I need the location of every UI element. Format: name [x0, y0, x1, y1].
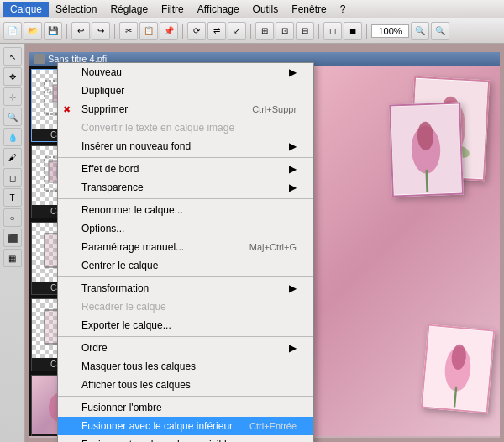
toolbar-sep3: [182, 24, 183, 39]
menu-transformation[interactable]: Transformation ▶: [58, 279, 313, 297]
menu-centrer[interactable]: Centrer le calque: [58, 256, 313, 275]
menu-ordre-label: Ordre: [81, 342, 108, 354]
tool-move[interactable]: ✥: [3, 67, 22, 86]
work-area: Sans titre 4.pfi □: [25, 44, 504, 442]
tool-eraser[interactable]: ◻: [3, 168, 22, 187]
menu-item-affichage[interactable]: Affichage: [191, 2, 246, 17]
tool-gradient[interactable]: ▦: [3, 249, 22, 267]
menu-nouveau-label: Nouveau: [81, 66, 122, 78]
menu-centrer-label: Centrer le calque: [81, 260, 158, 271]
tool-fill[interactable]: ⬛: [3, 229, 22, 247]
toolbar-zoom-out[interactable]: 🔍: [411, 22, 429, 40]
menu-nouveau[interactable]: Nouveau ▶: [58, 63, 313, 82]
menu-item-reglage[interactable]: Réglage: [103, 2, 155, 17]
menu-transparence-arrow: ▶: [289, 182, 297, 193]
toolbar-view2[interactable]: ◼: [344, 22, 362, 40]
menu-item-selection[interactable]: Sélection: [49, 2, 103, 17]
menu-transparence-label: Transparence: [81, 182, 144, 193]
menu-recadrer: Recadrer le calque: [58, 297, 313, 316]
svg-line-20: [427, 170, 428, 192]
menu-dupliquer[interactable]: Dupliquer: [58, 82, 313, 100]
menu-supprimer-label: Supprimer: [81, 103, 128, 115]
menu-transformation-label: Transformation: [81, 282, 149, 294]
menu-ordre[interactable]: Ordre ▶: [58, 339, 313, 357]
toolbar-paste[interactable]: 📌: [160, 22, 178, 40]
toolbar-redo[interactable]: ↪: [92, 22, 110, 40]
sep1: [58, 157, 313, 158]
toolbar-sep2: [114, 24, 115, 39]
toolbar-flip[interactable]: ⇌: [207, 22, 226, 40]
toolbar-save[interactable]: 💾: [44, 22, 62, 40]
menu-fusionner-inferieur[interactable]: Fusionner avec le calque inférieur Ctrl+…: [58, 417, 313, 435]
toolbar-view1[interactable]: ◻: [323, 22, 342, 40]
menu-masquer-tous[interactable]: Masquer tous les calques: [58, 357, 313, 376]
toolbar-align[interactable]: ⊟: [296, 22, 314, 40]
toolbar-copy[interactable]: 📋: [139, 22, 158, 40]
tool-zoom[interactable]: 🔍: [3, 108, 22, 126]
menu-effet-bord-label: Effet de bord: [81, 163, 139, 175]
menu-supprimer[interactable]: ✖ Supprimer Ctrl+Suppr: [58, 100, 313, 118]
menu-options[interactable]: Options...: [58, 219, 313, 238]
menu-fusionner-visibles[interactable]: Fusionner tous les calques visibles: [58, 435, 313, 442]
toolbar-zoom-in[interactable]: 🔍: [431, 22, 449, 40]
toolbar-sep6: [366, 24, 367, 39]
tool-shape[interactable]: ○: [3, 208, 22, 227]
tool-select[interactable]: ↖: [3, 47, 22, 66]
menu-afficher-tous[interactable]: Afficher tous les calques: [58, 376, 313, 394]
canvas-icon: [34, 54, 45, 64]
menu-fusionner-ombre-label: Fusionner l'ombre: [81, 402, 162, 413]
menu-fusionner-ombre[interactable]: Fusionner l'ombre: [58, 398, 313, 417]
menu-item-aide[interactable]: ?: [333, 2, 353, 17]
menu-exporter[interactable]: Exporter le calque...: [58, 316, 313, 334]
menu-renommer-label: Renommer le calque...: [81, 204, 183, 216]
menu-effet-bord[interactable]: Effet de bord ▶: [58, 160, 313, 178]
menu-item-calque[interactable]: Calque: [3, 2, 49, 17]
svg-text:□: □: [47, 87, 51, 95]
menu-transparence[interactable]: Transparence ▶: [58, 178, 313, 197]
menu-dupliquer-label: Dupliquer: [81, 85, 124, 97]
menu-masquer-tous-label: Masquer tous les calques: [81, 360, 196, 372]
menu-renommer[interactable]: Renommer le calque...: [58, 201, 313, 219]
tool-text[interactable]: T: [3, 188, 22, 207]
menu-item-outils[interactable]: Outils: [246, 2, 286, 17]
calque-dropdown-menu: Nouveau ▶ Dupliquer ✖ Supprimer Ctrl+Sup…: [57, 62, 314, 442]
menu-inserer[interactable]: Insérer un nouveau fond ▶: [58, 137, 313, 155]
photo-frame-2: [389, 103, 464, 197]
menu-fusionner-inferieur-label: Fusionner avec le calque inférieur: [81, 420, 233, 432]
toolbar-new[interactable]: 📄: [3, 22, 22, 40]
toolbar-rotate[interactable]: ⟳: [187, 22, 206, 40]
toolbar-sep4: [250, 24, 251, 39]
sep3: [58, 276, 313, 277]
toolbar-undo[interactable]: ↩: [71, 22, 90, 40]
main-content: ↖ ✥ ⊹ 🔍 💧 🖌 ◻ T ○ ⬛ ▦ Sans titre 4.pfi: [0, 44, 504, 442]
menu-parametrage-shortcut: Maj+Ctrl+G: [249, 242, 297, 252]
toolbar-snap[interactable]: ⊡: [276, 22, 294, 40]
toolbar-cut[interactable]: ✂: [119, 22, 138, 40]
tool-eyedrop[interactable]: 💧: [3, 128, 22, 146]
menu-item-filtre[interactable]: Filtre: [155, 2, 191, 17]
menu-recadrer-label: Recadrer le calque: [81, 301, 166, 313]
menu-convertir: Convertir le texte en calque image: [58, 118, 313, 137]
sep2: [58, 198, 313, 199]
sep4: [58, 336, 313, 337]
menu-item-fenetre[interactable]: Fenêtre: [285, 2, 333, 17]
menu-options-label: Options...: [81, 223, 124, 234]
tool-brush[interactable]: 🖌: [3, 148, 22, 166]
menu-parametrage-label: Paramétrage manuel...: [81, 241, 184, 253]
toolbar-sep5: [318, 24, 319, 39]
menu-bar: Calque Sélection Réglage Filtre Affichag…: [0, 0, 504, 18]
delete-icon: ✖: [63, 104, 71, 115]
tools-panel: ↖ ✥ ⊹ 🔍 💧 🖌 ◻ T ○ ⬛ ▦: [0, 44, 25, 442]
menu-nouveau-arrow: ▶: [289, 66, 297, 78]
toolbar-open[interactable]: 📂: [24, 22, 42, 40]
toolbar-grid[interactable]: ⊞: [255, 22, 274, 40]
menu-effet-bord-arrow: ▶: [289, 163, 297, 175]
tool-crop[interactable]: ⊹: [3, 87, 22, 106]
toolbar-scale[interactable]: ⤢: [228, 22, 246, 40]
menu-fusionner-visibles-label: Fusionner tous les calques visibles: [81, 439, 237, 442]
menu-exporter-label: Exporter le calque...: [81, 319, 171, 331]
menu-parametrage[interactable]: Paramétrage manuel... Maj+Ctrl+G: [58, 238, 313, 256]
toolbar-sep1: [66, 24, 67, 39]
menu-convertir-label: Convertir le texte en calque image: [81, 122, 234, 134]
zoom-level[interactable]: 100%: [371, 24, 409, 38]
